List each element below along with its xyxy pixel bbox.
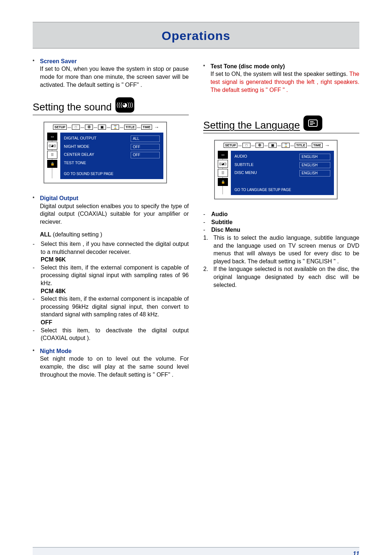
osd-tab: TITLE bbox=[295, 143, 307, 148]
setting-language-title: Setting the Language bbox=[203, 118, 300, 132]
dash-bullet: - bbox=[33, 240, 36, 264]
off-label: OFF bbox=[41, 319, 189, 327]
osd-footer-text: GO TO LANGUAGE SETUP PAGE bbox=[234, 187, 330, 193]
lock-icon: 🔒 bbox=[218, 178, 228, 186]
osd-row-label: CENTER DELAY bbox=[64, 152, 127, 158]
page-title: Operations bbox=[33, 28, 359, 44]
test-tone-text: If set to ON, the system will test the s… bbox=[211, 70, 359, 94]
osd-row-label: NIGHT MODE bbox=[64, 144, 127, 150]
digital-output-intro: Digital output selection enalbes you to … bbox=[40, 202, 189, 226]
setting-sound-title: Setting the sound bbox=[33, 100, 112, 114]
page-number: 11 bbox=[353, 551, 359, 555]
night-mode-heading: Night Mode bbox=[40, 347, 189, 355]
osd-tab: SETUP bbox=[224, 143, 237, 148]
osd-tab: □ bbox=[72, 125, 80, 130]
screen-saver-text: If set to ON, when you leave the system … bbox=[40, 65, 189, 89]
tv-icon: ▭ bbox=[47, 133, 57, 141]
left-column: * Screen Saver If set to ON, when you le… bbox=[33, 57, 189, 380]
language-icon: ☰ bbox=[47, 151, 57, 159]
sound-osd-panel: SETUP— □— ⦿— ▣— ⌛— TITLE— TIME → ▭ ((◕))… bbox=[44, 122, 167, 183]
osd-tab: ▣ bbox=[269, 143, 277, 148]
osd-main-area: AUDIO ENGLISH SUBTITLE ENGLISH DISC MENU… bbox=[231, 151, 334, 195]
lang-subtitle: Subtitle bbox=[211, 218, 233, 226]
dash-bullet: - bbox=[203, 218, 206, 226]
test-tone-heading: Test Tone (disc mode only) bbox=[211, 62, 359, 70]
osd-row-label: DISC MENU bbox=[234, 170, 296, 177]
list-number: 2. bbox=[203, 265, 210, 289]
dash-bullet: - bbox=[203, 210, 206, 218]
osd-tab: ⌛ bbox=[282, 143, 290, 148]
all-label: ALL bbox=[40, 231, 51, 238]
lang-discmenu: Disc Menu bbox=[211, 226, 240, 234]
osd-tab-bar: SETUP— □— ⦿— ▣— ⌛— TITLE— TIME → bbox=[44, 122, 166, 130]
osd-row-value: ALL bbox=[131, 135, 160, 142]
tv-icon: ▭ bbox=[218, 151, 228, 159]
osd-side-icons: ▭ ((◕)) ☰ 🔒 bbox=[47, 133, 57, 179]
all-text: Select this item , if you have connected… bbox=[41, 241, 189, 255]
osd-tab: SETUP bbox=[53, 125, 67, 130]
off-text: Select this item, to deactivate the digi… bbox=[41, 327, 189, 342]
osd-side-icons: ▭ ((◕)) ☰ 🔒 bbox=[218, 151, 228, 195]
osd-row-value: ENGLISH bbox=[299, 170, 330, 177]
lock-icon: 🔒 bbox=[47, 160, 57, 168]
language-icon bbox=[303, 116, 322, 131]
osd-tab: ▣ bbox=[98, 125, 106, 130]
osd-row-label: DIGITAL OUTPUT bbox=[64, 135, 127, 142]
dash-bullet: - bbox=[33, 264, 36, 295]
lang-note-2: If the language selected is not availabl… bbox=[213, 265, 359, 289]
osd-tab: TITLE bbox=[124, 125, 136, 130]
osd-row-value: OFF bbox=[131, 152, 160, 158]
osd-row-value: ENGLISH bbox=[299, 154, 330, 160]
language-osd-panel: SETUP— □— ⦿— ▣— ⌛— TITLE— TIME → ▭ ((◕))… bbox=[214, 140, 338, 199]
lang-audio: Audio bbox=[211, 210, 228, 218]
dash-bullet: - bbox=[33, 295, 36, 326]
pcm48-text: Select this item, if the external compon… bbox=[41, 296, 189, 317]
dash-bullet: - bbox=[203, 226, 206, 234]
arrow-right-icon: → bbox=[323, 143, 331, 148]
osd-footer-text: GO TO SOUND SETUP PAGE bbox=[64, 171, 160, 177]
osd-tab: ⌛ bbox=[111, 125, 119, 130]
surround-sound-icon: (((◕))) bbox=[115, 97, 134, 113]
pcm96-text: Select this item, if the external compon… bbox=[41, 264, 189, 286]
page-footer: 11 bbox=[33, 547, 359, 555]
bullet-star: * bbox=[33, 347, 36, 378]
osd-tab: ⦿ bbox=[85, 125, 93, 130]
osd-tab: ⦿ bbox=[256, 143, 264, 148]
list-number: 1. bbox=[203, 234, 210, 265]
dash-bullet: - bbox=[33, 327, 36, 342]
screen-saver-heading: Screen Saver bbox=[40, 57, 189, 65]
osd-row-label: TEST TONE bbox=[64, 160, 127, 166]
osd-tab: TIME bbox=[141, 125, 152, 130]
pcm48-label: PCM 48K bbox=[41, 287, 189, 295]
bullet-star: * bbox=[33, 194, 36, 239]
surround-icon: ((◕)) bbox=[47, 142, 57, 150]
osd-tab-bar: SETUP— □— ⦿— ▣— ⌛— TITLE— TIME → bbox=[215, 141, 337, 149]
right-column: * Test Tone (disc mode only) If set to O… bbox=[203, 57, 359, 380]
page-banner: Operations bbox=[33, 22, 359, 49]
all-note: (defaulting setting ) bbox=[53, 231, 102, 238]
night-mode-text: Set night mode to on to level out the vo… bbox=[40, 355, 189, 378]
bullet-star: * bbox=[33, 57, 36, 89]
pcm96-label: PCM 96K bbox=[41, 256, 189, 264]
bullet-star: * bbox=[203, 62, 207, 94]
lang-note-1: This is to select the audio language, su… bbox=[213, 234, 359, 265]
language-icon: ☰ bbox=[218, 169, 228, 177]
digital-output-heading: Digital Output bbox=[40, 194, 189, 202]
osd-row-value: OFF bbox=[131, 144, 160, 150]
osd-row-label: SUBTITLE bbox=[234, 162, 296, 169]
osd-main-area: DIGITAL OUTPUT ALL NIGHT MODE OFF CENTER… bbox=[60, 133, 163, 179]
osd-tab: TIME bbox=[312, 143, 323, 148]
arrow-right-icon: → bbox=[153, 125, 161, 130]
osd-row-label: AUDIO bbox=[234, 154, 296, 160]
osd-tab: □ bbox=[242, 143, 250, 148]
surround-icon: ((◕)) bbox=[218, 160, 228, 168]
osd-row-value: ENGLISH bbox=[299, 162, 330, 169]
